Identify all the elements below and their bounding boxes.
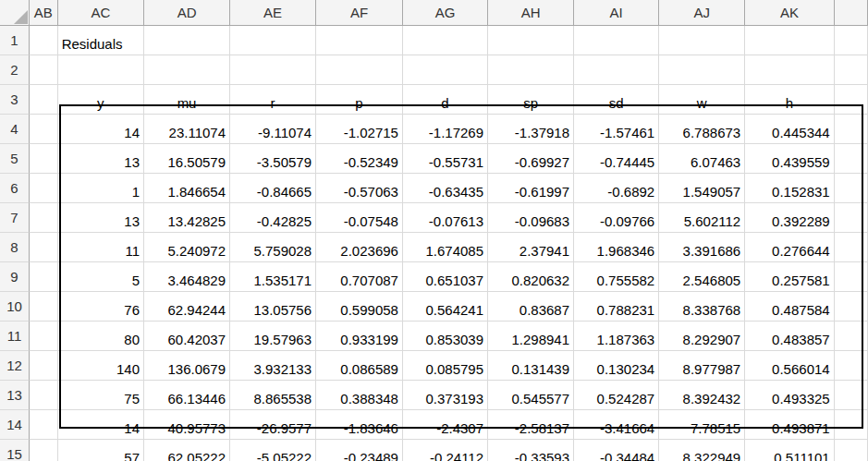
cell-AD8[interactable]: 5.240972 <box>144 233 230 262</box>
cell-AF13[interactable]: 0.388348 <box>316 381 403 410</box>
cell-AH7[interactable]: -0.09683 <box>488 203 574 233</box>
row-header-2[interactable]: 2 <box>0 55 30 85</box>
cell-AD5[interactable]: 16.50579 <box>144 144 230 174</box>
cell-AF11[interactable]: 0.933199 <box>316 321 403 351</box>
cell-AE1[interactable] <box>230 26 316 55</box>
cell-AI3[interactable]: sd <box>574 85 659 115</box>
cell-AK12[interactable]: 0.566014 <box>745 351 835 381</box>
cell-AJ8[interactable]: 3.391686 <box>659 233 745 262</box>
row-header-4[interactable]: 4 <box>0 115 30 144</box>
cell-AD15[interactable]: 62.05222 <box>144 440 230 461</box>
row-header-6[interactable]: 6 <box>0 174 30 203</box>
cell-AH8[interactable]: 2.37941 <box>488 233 574 262</box>
cell-AB8[interactable] <box>30 233 58 262</box>
cell-AK14[interactable]: 0.493871 <box>745 410 835 440</box>
cell-AH4[interactable]: -1.37918 <box>488 115 574 144</box>
cell-partial[interactable] <box>835 115 868 144</box>
cell-AF9[interactable]: 0.707087 <box>316 262 403 292</box>
column-header-af[interactable]: AF <box>316 0 403 26</box>
cell-AB3[interactable] <box>30 85 58 115</box>
column-header-ag[interactable]: AG <box>403 0 488 26</box>
cell-AD14[interactable]: 40.95773 <box>144 410 230 440</box>
cell-AC4[interactable]: 14 <box>58 115 144 144</box>
cell-AH11[interactable]: 1.298941 <box>488 321 574 351</box>
cell-partial[interactable] <box>835 351 868 381</box>
row-header-11[interactable]: 11 <box>0 321 30 351</box>
cell-AC15[interactable]: 57 <box>58 440 144 461</box>
cell-AD6[interactable]: 1.846654 <box>144 174 230 203</box>
cell-AD11[interactable]: 60.42037 <box>144 321 230 351</box>
cell-AH12[interactable]: 0.131439 <box>488 351 574 381</box>
cell-AF3[interactable]: p <box>316 85 403 115</box>
cell-AB12[interactable] <box>30 351 58 381</box>
cell-partial[interactable] <box>835 55 868 85</box>
column-header-ai[interactable]: AI <box>574 0 659 26</box>
cell-AG12[interactable]: 0.085795 <box>403 351 488 381</box>
cell-AI7[interactable]: -0.09766 <box>574 203 659 233</box>
cell-AK11[interactable]: 0.483857 <box>745 321 835 351</box>
cell-AK1[interactable] <box>745 26 835 55</box>
cell-AJ3[interactable]: w <box>659 85 745 115</box>
cell-AF4[interactable]: -1.02715 <box>316 115 403 144</box>
cell-AG7[interactable]: -0.07613 <box>403 203 488 233</box>
cell-AK9[interactable]: 0.257581 <box>745 262 835 292</box>
cell-AC2[interactable] <box>58 55 144 85</box>
cell-AG6[interactable]: -0.63435 <box>403 174 488 203</box>
column-header-ac[interactable]: AC <box>58 0 144 26</box>
cell-AH9[interactable]: 0.820632 <box>488 262 574 292</box>
cell-AH6[interactable]: -0.61997 <box>488 174 574 203</box>
cell-AB5[interactable] <box>30 144 58 174</box>
cell-AB15[interactable] <box>30 440 58 461</box>
cell-partial[interactable] <box>835 381 868 410</box>
cell-AI5[interactable]: -0.74445 <box>574 144 659 174</box>
cell-AF8[interactable]: 2.023696 <box>316 233 403 262</box>
cell-AC10[interactable]: 76 <box>58 292 144 321</box>
cell-AK4[interactable]: 0.445344 <box>745 115 835 144</box>
cell-AE3[interactable]: r <box>230 85 316 115</box>
column-header-partial[interactable] <box>835 0 868 26</box>
cell-AG14[interactable]: -2.4307 <box>403 410 488 440</box>
cell-AH14[interactable]: -2.58137 <box>488 410 574 440</box>
cell-partial[interactable] <box>835 410 868 440</box>
row-header-10[interactable]: 10 <box>0 292 30 321</box>
cell-AK15[interactable]: 0.511101 <box>745 440 835 461</box>
cell-AD9[interactable]: 3.464829 <box>144 262 230 292</box>
row-header-15[interactable]: 15 <box>0 440 30 461</box>
cell-AG9[interactable]: 0.651037 <box>403 262 488 292</box>
cell-AB6[interactable] <box>30 174 58 203</box>
cell-AD3[interactable]: mu <box>144 85 230 115</box>
cell-AE2[interactable] <box>230 55 316 85</box>
row-header-5[interactable]: 5 <box>0 144 30 174</box>
cell-AH10[interactable]: 0.83687 <box>488 292 574 321</box>
cell-AI14[interactable]: -3.41664 <box>574 410 659 440</box>
row-header-8[interactable]: 8 <box>0 233 30 262</box>
cell-partial[interactable] <box>835 262 868 292</box>
cell-AJ11[interactable]: 8.292907 <box>659 321 745 351</box>
cell-AI4[interactable]: -1.57461 <box>574 115 659 144</box>
column-header-ab[interactable]: AB <box>30 0 58 26</box>
cell-AF2[interactable] <box>316 55 403 85</box>
cell-AJ15[interactable]: 8.322949 <box>659 440 745 461</box>
cell-partial[interactable] <box>835 85 868 115</box>
cell-AD7[interactable]: 13.42825 <box>144 203 230 233</box>
cell-AI13[interactable]: 0.524287 <box>574 381 659 410</box>
cell-AD12[interactable]: 136.0679 <box>144 351 230 381</box>
cell-AF12[interactable]: 0.086589 <box>316 351 403 381</box>
select-all-corner[interactable] <box>0 0 30 26</box>
cell-partial[interactable] <box>835 292 868 321</box>
cell-AB1[interactable] <box>30 26 58 55</box>
cell-AH15[interactable]: -0.33593 <box>488 440 574 461</box>
cell-partial[interactable] <box>835 144 868 174</box>
cell-AC13[interactable]: 75 <box>58 381 144 410</box>
cell-AD1[interactable] <box>144 26 230 55</box>
cell-AI1[interactable] <box>574 26 659 55</box>
cell-AF10[interactable]: 0.599058 <box>316 292 403 321</box>
cell-AE12[interactable]: 3.932133 <box>230 351 316 381</box>
cell-partial[interactable] <box>835 174 868 203</box>
row-header-3[interactable]: 3 <box>0 85 30 115</box>
cell-AE11[interactable]: 19.57963 <box>230 321 316 351</box>
cell-AI6[interactable]: -0.6892 <box>574 174 659 203</box>
cell-partial[interactable] <box>835 321 868 351</box>
cell-AJ14[interactable]: 7.78515 <box>659 410 745 440</box>
cell-AG2[interactable] <box>403 55 488 85</box>
